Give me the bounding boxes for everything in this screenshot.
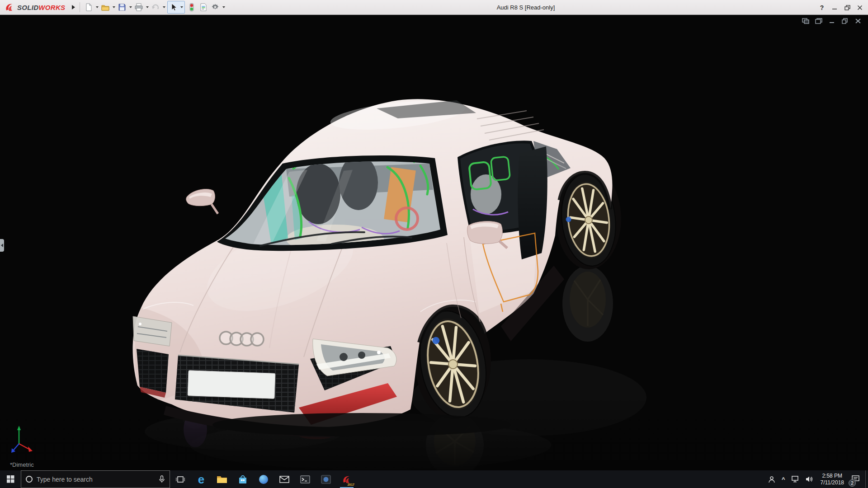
solidworks-logo: SOLIDWORKS [0, 2, 65, 12]
file-properties-icon [199, 3, 208, 12]
save-icon [118, 3, 127, 12]
open-dropdown[interactable] [111, 1, 116, 13]
windows-logo-icon [7, 475, 14, 483]
taskbar-search[interactable] [21, 470, 170, 488]
taskbar-clock[interactable]: 2:58 PM 7/11/2018 [816, 470, 849, 488]
file-explorer-taskbar-icon[interactable] [212, 470, 232, 488]
app-window-icon [321, 475, 331, 484]
notification-badge: 2 [849, 479, 856, 487]
rebuild-button[interactable] [186, 1, 198, 13]
new-document-dropdown[interactable] [94, 1, 99, 13]
edge-taskbar-icon[interactable]: e [191, 470, 212, 488]
dropdown-arrow-icon [129, 6, 132, 8]
options-button[interactable] [209, 1, 221, 13]
doc-restore-button[interactable] [840, 17, 849, 24]
titlebar: SOLIDWORKS [0, 0, 868, 15]
left-intake [137, 349, 169, 398]
toolbar-separator [80, 2, 80, 12]
restore-button[interactable] [841, 2, 854, 14]
print-button[interactable] [133, 1, 145, 13]
select-tool-dropdown[interactable] [179, 1, 184, 13]
new-document-icon [84, 3, 93, 12]
search-icon [26, 476, 33, 483]
volume-tray-button[interactable] [802, 470, 816, 488]
solidworks-taskbar-icon[interactable]: 2017 [336, 470, 357, 488]
window-title: Audi R8 S [Read-only] [497, 0, 555, 15]
minimize-button[interactable] [828, 2, 841, 14]
microphone-icon[interactable] [159, 475, 165, 483]
dropdown-arrow-icon [96, 6, 99, 8]
solidworks-logo-icon [5, 2, 15, 12]
side-blade [518, 146, 547, 259]
chevron-left-icon [1, 244, 3, 247]
window-controls: ? [816, 0, 866, 15]
quick-access-toolbar [83, 1, 226, 14]
gear-icon [211, 3, 220, 12]
select-cursor-icon [169, 3, 178, 12]
select-tool-active [167, 1, 185, 14]
task-view-button[interactable] [170, 470, 191, 488]
restore-icon [844, 5, 850, 10]
document-window-controls [801, 17, 863, 24]
dropdown-arrow-icon [146, 6, 149, 8]
circular-app-taskbar-icon[interactable] [253, 470, 274, 488]
license-plate [188, 371, 275, 402]
people-tray-button[interactable] [765, 470, 778, 488]
mail-envelope-icon [279, 476, 289, 483]
app-taskbar-icon[interactable] [316, 470, 336, 488]
console-icon [300, 475, 310, 483]
undo-button[interactable] [150, 1, 161, 13]
mail-taskbar-icon[interactable] [274, 470, 295, 488]
collapsed-panel-tab[interactable] [0, 239, 4, 252]
save-button[interactable] [116, 1, 128, 13]
circular-app-icon [259, 474, 269, 484]
open-folder-icon [101, 3, 110, 12]
screen: *Dimetric SOLIDWORKS [0, 0, 868, 488]
system-tray: ^ 2:58 PM 7/11/2018 [765, 470, 868, 488]
clock-time: 2:58 PM [822, 473, 842, 479]
help-button[interactable]: ? [816, 2, 828, 14]
close-button[interactable] [854, 2, 866, 14]
folder-icon [217, 475, 227, 483]
menu-flyout-button[interactable] [70, 2, 77, 12]
doc-new-window-button[interactable] [801, 17, 810, 24]
minimize-icon [832, 5, 837, 10]
options-dropdown[interactable] [221, 1, 226, 13]
help-icon: ? [820, 4, 824, 11]
speaker-icon [806, 476, 813, 483]
store-taskbar-icon[interactable] [232, 470, 253, 488]
open-button[interactable] [99, 1, 111, 13]
graphics-area[interactable]: *Dimetric [0, 15, 868, 470]
dropdown-arrow-icon [180, 6, 183, 8]
search-input[interactable] [37, 476, 155, 483]
action-center-button[interactable]: 2 [848, 470, 865, 488]
console-taskbar-icon[interactable] [295, 470, 316, 488]
clock-date: 7/11/2018 [821, 479, 844, 486]
select-tool-button[interactable] [168, 2, 179, 13]
start-button[interactable] [0, 470, 21, 488]
new-document-button[interactable] [83, 1, 94, 13]
undo-icon [151, 3, 160, 12]
tray-overflow-button[interactable]: ^ [778, 470, 788, 488]
network-icon [792, 476, 799, 483]
taskbar: e [0, 470, 868, 488]
file-properties-button[interactable] [198, 1, 209, 13]
edge-icon: e [198, 474, 204, 485]
print-icon [134, 3, 143, 12]
person-icon [768, 476, 775, 483]
save-dropdown[interactable] [128, 1, 133, 13]
network-tray-button[interactable] [788, 470, 802, 488]
task-view-icon [176, 476, 185, 483]
print-dropdown[interactable] [145, 1, 150, 13]
show-desktop-button[interactable] [865, 470, 868, 488]
doc-close-button[interactable] [854, 17, 863, 24]
doc-minimize-button[interactable] [827, 17, 836, 24]
view-orientation-label: *Dimetric [10, 461, 34, 468]
undo-dropdown[interactable] [161, 1, 166, 13]
doc-cascade-button[interactable] [814, 17, 823, 24]
brand-name: SOLIDWORKS [17, 4, 65, 11]
dropdown-arrow-icon [113, 6, 115, 8]
solidworks-year-label: 2017 [347, 483, 354, 486]
chevron-up-icon: ^ [782, 476, 785, 483]
car-render [0, 15, 868, 470]
